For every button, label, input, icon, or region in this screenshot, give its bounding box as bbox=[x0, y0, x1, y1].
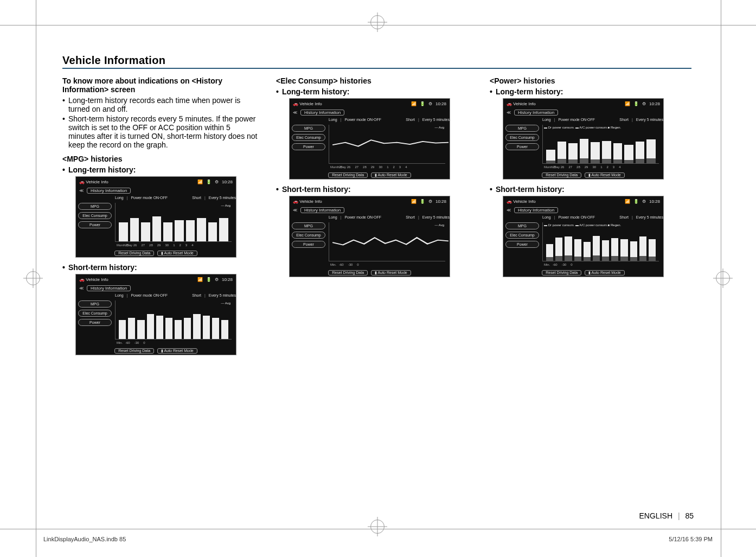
signal-icon: 📶 bbox=[411, 101, 417, 106]
screenshot-title: Vehicle Info bbox=[299, 101, 322, 106]
page-title: Vehicle Information bbox=[62, 54, 691, 69]
back-button[interactable]: ≪ bbox=[507, 208, 511, 213]
legend-ac: ▬ A/C power consum. bbox=[575, 126, 608, 129]
tab-long[interactable]: Long bbox=[115, 196, 124, 200]
mpg-button[interactable]: MPG bbox=[78, 203, 112, 210]
tab-every-label: Every 5 minutes bbox=[422, 215, 450, 219]
back-button[interactable]: ≪ bbox=[507, 110, 511, 115]
power-button[interactable]: Power bbox=[78, 319, 112, 326]
chart-area: ▬ Dr power consum. ▬ A/C power consum. ■… bbox=[542, 222, 659, 261]
power-button[interactable]: Power bbox=[505, 143, 539, 150]
auto-reset-mode-button[interactable]: ▮ Auto Reset Mode bbox=[585, 172, 625, 178]
mpg-button[interactable]: MPG bbox=[505, 222, 539, 229]
elec-consump-button[interactable]: Elec Consump bbox=[78, 310, 112, 317]
reset-driving-data-button[interactable]: Reset Driving Data bbox=[114, 251, 154, 256]
tab-every-label: Every 5 minutes bbox=[209, 293, 236, 297]
chart-area: — AvgMin.-60-300 bbox=[329, 222, 445, 261]
power-long-label: •Long-term history: bbox=[490, 87, 685, 96]
tab-every-label: Every 5 minutes bbox=[209, 196, 236, 200]
tab-short[interactable]: Short bbox=[192, 196, 201, 200]
reset-driving-data-button[interactable]: Reset Driving Data bbox=[542, 270, 581, 276]
chart-area: ▬ Dr power consum. ▬ A/C power consum. ■… bbox=[542, 125, 659, 164]
reset-driving-data-button[interactable]: Reset Driving Data bbox=[542, 172, 581, 178]
auto-reset-mode-button[interactable]: ▮ Auto Reset Mode bbox=[585, 270, 625, 276]
battery-icon: 🔋 bbox=[206, 180, 212, 184]
tab-long[interactable]: Long bbox=[115, 293, 124, 297]
tab-mode-label: Power mode ON·OFF bbox=[131, 293, 168, 297]
tab-long[interactable]: Long bbox=[542, 215, 551, 219]
gear-icon[interactable]: ⚙ bbox=[642, 101, 646, 106]
tab-every-label: Every 5 minutes bbox=[422, 118, 450, 121]
reset-driving-data-button[interactable]: Reset Driving Data bbox=[328, 172, 368, 178]
breadcrumb-history-info[interactable]: History Information bbox=[514, 110, 558, 116]
power-heading: <Power> histories bbox=[490, 76, 685, 85]
mpg-button[interactable]: MPG bbox=[505, 125, 539, 132]
auto-reset-mode-button[interactable]: ▮ Auto Reset Mode bbox=[157, 251, 197, 256]
clock-label: 10:28 bbox=[222, 277, 233, 282]
power-button[interactable]: Power bbox=[78, 221, 112, 228]
auto-reset-mode-button[interactable]: ▮ Auto Reset Mode bbox=[157, 348, 197, 354]
breadcrumb-history-info[interactable]: History Information bbox=[300, 110, 344, 116]
gear-icon[interactable]: ⚙ bbox=[215, 277, 219, 282]
legend-ac: ▬ A/C power consum. bbox=[575, 223, 608, 227]
clock-label: 10:28 bbox=[435, 101, 446, 106]
back-button[interactable]: ≪ bbox=[293, 208, 297, 213]
mpg-button[interactable]: MPG bbox=[292, 125, 325, 132]
gear-icon[interactable]: ⚙ bbox=[428, 101, 432, 106]
registration-mark-bottom bbox=[370, 520, 385, 534]
tab-long[interactable]: Long bbox=[542, 118, 551, 121]
tab-short[interactable]: Short bbox=[619, 118, 629, 121]
back-button[interactable]: ≪ bbox=[79, 286, 84, 291]
breadcrumb-history-info[interactable]: History Information bbox=[300, 207, 344, 213]
elec-consump-button[interactable]: Elec Consump bbox=[78, 212, 112, 219]
screenshot-mpg-short: 🚗 Vehicle Info📶🔋⚙10:28≪History Informati… bbox=[75, 274, 236, 355]
tab-mode-label: Power mode ON·OFF bbox=[131, 196, 168, 200]
breadcrumb-history-info[interactable]: History Information bbox=[87, 285, 131, 291]
elec-consump-button[interactable]: Elec Consump bbox=[292, 232, 325, 239]
screenshot-title: Vehicle Info bbox=[513, 199, 535, 204]
docfoot-left: LinkDisplayAudio_NAS.indb 85 bbox=[43, 536, 126, 542]
clock-label: 10:28 bbox=[435, 199, 446, 204]
docfoot-right: 5/12/16 5:39 PM bbox=[669, 536, 713, 542]
back-button[interactable]: ≪ bbox=[79, 188, 84, 193]
clock-label: 10:28 bbox=[649, 101, 660, 106]
gear-icon[interactable]: ⚙ bbox=[215, 180, 219, 184]
clock-label: 10:28 bbox=[649, 199, 660, 204]
mpg-button[interactable]: MPG bbox=[78, 300, 112, 308]
tab-mode-label: Power mode ON·OFF bbox=[344, 118, 381, 121]
avg-legend: — Avg bbox=[221, 204, 230, 207]
elec-consump-button[interactable]: Elec Consump bbox=[505, 232, 539, 239]
tab-long[interactable]: Long bbox=[329, 215, 337, 219]
bullet-dash-icon: • bbox=[62, 114, 65, 149]
tab-short[interactable]: Short bbox=[406, 118, 415, 121]
gear-icon[interactable]: ⚙ bbox=[642, 199, 646, 204]
legend-dr: ▬ Dr power consum. bbox=[544, 223, 574, 227]
auto-reset-mode-button[interactable]: ▮ Auto Reset Mode bbox=[371, 172, 411, 178]
gear-icon[interactable]: ⚙ bbox=[428, 199, 432, 204]
auto-reset-mode-button[interactable]: ▮ Auto Reset Mode bbox=[371, 270, 411, 276]
tab-short[interactable]: Short bbox=[192, 293, 201, 297]
elec-consump-button[interactable]: Elec Consump bbox=[292, 134, 325, 141]
breadcrumb-history-info[interactable]: History Information bbox=[87, 188, 131, 194]
mpg-button[interactable]: MPG bbox=[292, 222, 325, 229]
reset-driving-data-button[interactable]: Reset Driving Data bbox=[114, 348, 154, 354]
power-button[interactable]: Power bbox=[292, 241, 325, 248]
elec-consump-button[interactable]: Elec Consump bbox=[505, 134, 539, 141]
reset-driving-data-button[interactable]: Reset Driving Data bbox=[328, 270, 368, 276]
elec-heading: <Elec Consump> histories bbox=[276, 76, 471, 85]
power-button[interactable]: Power bbox=[292, 143, 325, 150]
screenshot-power-short: 🚗 Vehicle Info📶🔋⚙10:28≪History Informati… bbox=[503, 196, 664, 277]
chart-area: — AvgMonth Day2526272829301234 bbox=[329, 125, 445, 164]
tab-short[interactable]: Short bbox=[619, 215, 629, 219]
intro-bullet-2: • Short-term history records every 5 min… bbox=[62, 114, 258, 149]
back-button[interactable]: ≪ bbox=[293, 110, 297, 115]
tab-long[interactable]: Long bbox=[329, 118, 337, 121]
footer-page-number: 85 bbox=[685, 511, 694, 520]
breadcrumb-history-info[interactable]: History Information bbox=[514, 207, 558, 213]
tab-short[interactable]: Short bbox=[406, 215, 415, 219]
power-button[interactable]: Power bbox=[505, 241, 539, 248]
column-1: To know more about indications on <Histo… bbox=[62, 76, 258, 361]
screenshot-title: Vehicle Info bbox=[513, 101, 535, 106]
signal-icon: 📶 bbox=[197, 277, 203, 282]
legend-regen: ■ Regen. bbox=[608, 223, 622, 227]
